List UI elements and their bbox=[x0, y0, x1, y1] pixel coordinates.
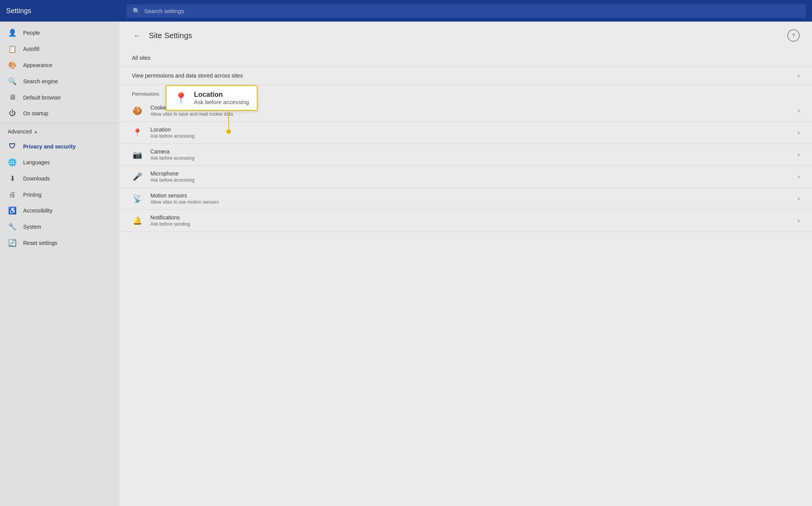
printing-icon: 🖨 bbox=[8, 191, 17, 199]
location-icon: 📍 bbox=[132, 128, 143, 137]
permission-item-motion-sensors[interactable]: 📡 Motion sensors Allow sites to use moti… bbox=[120, 188, 812, 210]
location-title: Location bbox=[150, 126, 194, 133]
autofill-icon: 📋 bbox=[8, 45, 17, 53]
sidebar-label-default-browser: Default browser bbox=[23, 94, 61, 101]
permission-left-motion-sensors: 📡 Motion sensors Allow sites to use moti… bbox=[132, 192, 219, 205]
appearance-icon: 🎨 bbox=[8, 61, 17, 69]
back-button[interactable]: ← bbox=[132, 30, 143, 42]
sidebar-item-appearance[interactable]: 🎨 Appearance bbox=[0, 57, 116, 73]
sidebar-item-autofill[interactable]: 📋 Autofill bbox=[0, 41, 116, 57]
location-subtitle: Ask before accessing bbox=[150, 133, 194, 139]
system-icon: 🔧 bbox=[8, 223, 17, 231]
content-header: ← Site Settings ? bbox=[120, 22, 812, 49]
sidebar-item-default-browser[interactable]: 🖥 Default browser bbox=[0, 89, 116, 105]
microphone-icon: 🎤 bbox=[132, 172, 143, 181]
person-icon: 👤 bbox=[8, 29, 17, 37]
tooltip-location-icon: 📍 bbox=[174, 92, 188, 105]
permission-text-motion-sensors: Motion sensors Allow sites to use motion… bbox=[150, 192, 219, 205]
motion-sensors-subtitle: Allow sites to use motion sensors bbox=[150, 199, 219, 205]
search-engine-icon: 🔍 bbox=[8, 77, 17, 86]
microphone-subtitle: Ask before accessing bbox=[150, 177, 194, 183]
sidebar-item-system[interactable]: 🔧 System bbox=[0, 219, 116, 235]
reset-settings-icon: 🔄 bbox=[8, 239, 17, 247]
view-permissions-chevron-icon: › bbox=[798, 72, 800, 79]
notifications-subtitle: Ask before sending bbox=[150, 221, 190, 227]
languages-icon: 🌐 bbox=[8, 158, 17, 167]
sidebar-label-privacy-security: Privacy and security bbox=[23, 143, 76, 150]
permission-left-location: 📍 Location Ask before accessing bbox=[132, 126, 194, 139]
sidebar-label-appearance: Appearance bbox=[23, 62, 52, 68]
sidebar-label-autofill: Autofill bbox=[23, 46, 39, 52]
sidebar-divider bbox=[0, 123, 120, 123]
tooltip-text: Location Ask before accessing bbox=[194, 91, 249, 105]
location-tooltip: 📍 Location Ask before accessing bbox=[166, 85, 258, 111]
camera-title: Camera bbox=[150, 148, 194, 155]
camera-icon: 📷 bbox=[132, 150, 143, 159]
sidebar-item-privacy-security[interactable]: 🛡 Privacy and security bbox=[0, 138, 116, 154]
tooltip-title: Location bbox=[194, 91, 249, 99]
sidebar: 👤 People 📋 Autofill 🎨 Appearance 🔍 Searc… bbox=[0, 22, 120, 506]
app-title: Settings bbox=[6, 7, 122, 15]
tooltip-subtitle: Ask before accessing bbox=[194, 99, 249, 105]
permission-item-location[interactable]: 📍 Location Ask before accessing 📍 Locati… bbox=[120, 122, 812, 144]
view-permissions-label: View permissions and data stored across … bbox=[132, 73, 243, 79]
main-layout: 👤 People 📋 Autofill 🎨 Appearance 🔍 Searc… bbox=[0, 22, 812, 506]
sidebar-label-accessibility: Accessibility bbox=[23, 207, 52, 214]
advanced-label: Advanced bbox=[8, 128, 32, 135]
permission-left-camera: 📷 Camera Ask before accessing bbox=[132, 148, 194, 161]
accessibility-icon: ♿ bbox=[8, 206, 17, 215]
camera-chevron-icon: › bbox=[798, 151, 800, 158]
sidebar-item-on-startup[interactable]: ⏻ On startup bbox=[0, 105, 116, 121]
sidebar-label-reset-settings: Reset settings bbox=[23, 240, 57, 246]
permission-item-notifications[interactable]: 🔔 Notifications Ask before sending › bbox=[120, 210, 812, 232]
sidebar-label-printing: Printing bbox=[23, 192, 41, 198]
permission-item-camera[interactable]: 📷 Camera Ask before accessing › bbox=[120, 144, 812, 166]
tooltip-arrow-dot bbox=[226, 129, 231, 134]
content-header-left: ← Site Settings bbox=[132, 30, 192, 42]
notifications-chevron-icon: › bbox=[798, 217, 800, 224]
sidebar-item-reset-settings[interactable]: 🔄 Reset settings bbox=[0, 235, 116, 251]
permission-text-location: Location Ask before accessing bbox=[150, 126, 194, 139]
sidebar-label-search-engine: Search engine bbox=[23, 78, 58, 84]
search-bar[interactable]: 🔍 bbox=[126, 4, 806, 18]
sidebar-label-languages: Languages bbox=[23, 159, 50, 165]
help-button[interactable]: ? bbox=[787, 29, 800, 42]
sidebar-item-people[interactable]: 👤 People bbox=[0, 25, 116, 41]
sidebar-item-printing[interactable]: 🖨 Printing bbox=[0, 187, 116, 202]
motion-sensors-chevron-icon: › bbox=[798, 195, 800, 202]
cookies-chevron-icon: › bbox=[798, 107, 800, 114]
microphone-chevron-icon: › bbox=[798, 173, 800, 180]
search-icon: 🔍 bbox=[133, 7, 140, 15]
cookies-subtitle: Allow sites to save and read cookie data bbox=[150, 111, 233, 117]
sidebar-label-system: System bbox=[23, 224, 41, 230]
default-browser-icon: 🖥 bbox=[8, 93, 17, 101]
advanced-chevron-up-icon: ▴ bbox=[35, 129, 37, 134]
permission-text-notifications: Notifications Ask before sending bbox=[150, 214, 190, 227]
content-area: ← Site Settings ? All sites View permiss… bbox=[120, 22, 812, 506]
camera-subtitle: Ask before accessing bbox=[150, 155, 194, 161]
sidebar-advanced-section[interactable]: Advanced ▴ bbox=[0, 125, 120, 138]
all-sites-link[interactable]: All sites bbox=[120, 49, 812, 67]
sidebar-item-search-engine[interactable]: 🔍 Search engine bbox=[0, 73, 116, 89]
notifications-title: Notifications bbox=[150, 214, 190, 221]
top-bar: Settings 🔍 bbox=[0, 0, 812, 22]
permission-left-notifications: 🔔 Notifications Ask before sending bbox=[132, 214, 190, 227]
microphone-title: Microphone bbox=[150, 170, 194, 177]
search-input[interactable] bbox=[144, 8, 800, 14]
sidebar-item-languages[interactable]: 🌐 Languages bbox=[0, 154, 116, 170]
motion-sensors-title: Motion sensors bbox=[150, 192, 219, 199]
sidebar-item-downloads[interactable]: ⬇ Downloads bbox=[0, 170, 116, 187]
permission-left-microphone: 🎤 Microphone Ask before accessing bbox=[132, 170, 194, 183]
permission-item-microphone[interactable]: 🎤 Microphone Ask before accessing › bbox=[120, 166, 812, 188]
notifications-icon: 🔔 bbox=[132, 216, 143, 225]
cookies-icon: 🍪 bbox=[132, 106, 143, 115]
view-permissions-link[interactable]: View permissions and data stored across … bbox=[120, 67, 812, 85]
downloads-icon: ⬇ bbox=[8, 174, 17, 183]
sidebar-item-accessibility[interactable]: ♿ Accessibility bbox=[0, 202, 116, 219]
permission-text-camera: Camera Ask before accessing bbox=[150, 148, 194, 161]
page-title: Site Settings bbox=[149, 31, 192, 40]
permission-text-microphone: Microphone Ask before accessing bbox=[150, 170, 194, 183]
privacy-security-icon: 🛡 bbox=[8, 142, 17, 150]
motion-sensors-icon: 📡 bbox=[132, 194, 143, 203]
sidebar-label-on-startup: On startup bbox=[23, 110, 48, 116]
